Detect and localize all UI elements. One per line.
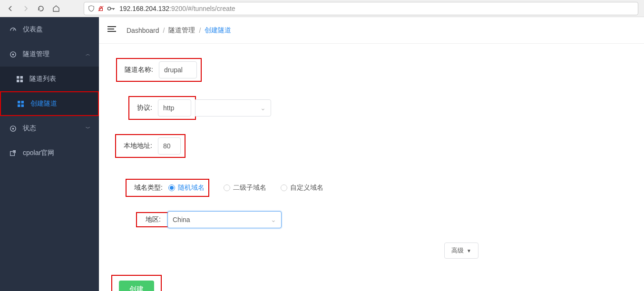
radio-label: 随机域名 xyxy=(178,184,205,192)
highlight-tunnel-name: 隧道名称: xyxy=(116,58,202,82)
chevron-down-icon: ⌄ xyxy=(260,104,266,112)
back-button[interactable] xyxy=(6,4,15,13)
radio-random-domain[interactable]: 随机域名 xyxy=(168,184,205,192)
app-container: 仪表盘 隧道管理 ︿ 隧道列表 创建隧道 xyxy=(0,17,644,291)
sidebar-item-label: 仪表盘 xyxy=(23,25,43,34)
sidebar-item-label: 隧道管理 xyxy=(23,50,49,58)
radio-group-rest: 二级子域名 自定义域名 xyxy=(224,184,323,192)
radio-custom-domain[interactable]: 自定义域名 xyxy=(281,184,323,192)
lock-slash-icon xyxy=(98,5,104,12)
highlight-protocol: 协议: xyxy=(128,96,196,120)
row-protocol: 协议: ⌄ xyxy=(128,96,632,120)
sidebar-item-label: 创建隧道 xyxy=(30,99,57,108)
svg-rect-14 xyxy=(18,104,20,107)
breadcrumb-item[interactable]: Dashboard xyxy=(127,27,159,34)
row-local-address: 本地地址: xyxy=(115,134,632,158)
sidebar-item-tunnel-manage[interactable]: 隧道管理 ︿ xyxy=(0,42,99,67)
chevron-down-icon: ⌄ xyxy=(271,216,276,223)
svg-rect-9 xyxy=(20,76,22,78)
submit-button[interactable]: 创建 xyxy=(119,281,154,291)
sidebar-item-create-tunnel[interactable]: 创建隧道 xyxy=(1,92,98,115)
sidebar-item-label: 状态 xyxy=(23,124,36,133)
menu-toggle-icon[interactable] xyxy=(107,25,116,35)
input-tunnel-name[interactable] xyxy=(159,61,197,78)
label-domain-type: 域名类型: xyxy=(130,184,168,192)
sidebar-item-status[interactable]: 状态 ﹀ xyxy=(0,116,99,141)
svg-rect-11 xyxy=(20,79,22,82)
breadcrumb-current: 创建隧道 xyxy=(205,26,231,35)
input-local-address[interactable] xyxy=(158,137,181,155)
key-icon xyxy=(107,5,116,12)
svg-rect-13 xyxy=(21,101,23,103)
shield-icon xyxy=(88,5,95,12)
dashboard-icon xyxy=(9,26,17,33)
svg-point-2 xyxy=(107,7,110,10)
security-icons xyxy=(88,5,116,12)
sidebar: 仪表盘 隧道管理 ︿ 隧道列表 创建隧道 xyxy=(0,17,99,291)
row-submit: 创建 xyxy=(111,275,632,291)
svg-line-5 xyxy=(13,29,14,30)
grid-icon xyxy=(15,76,24,82)
grid-icon xyxy=(16,101,25,107)
select-region[interactable]: China ⌄ xyxy=(167,211,282,228)
svg-rect-8 xyxy=(17,76,19,78)
advanced-button[interactable]: 高级 ▼ xyxy=(444,242,478,259)
sidebar-item-dashboard[interactable]: 仪表盘 xyxy=(0,17,99,42)
input-protocol-display xyxy=(158,99,191,116)
sidebar-item-label: cpolar官网 xyxy=(23,149,54,157)
breadcrumb: Dashboard / 隧道管理 / 创建隧道 xyxy=(127,26,231,35)
select-protocol[interactable]: ⌄ xyxy=(195,99,271,116)
radio-icon xyxy=(224,184,230,191)
highlight-create-tunnel: 创建隧道 xyxy=(0,91,99,116)
label-protocol: 协议: xyxy=(133,104,158,112)
nav-button-group xyxy=(6,4,61,13)
chevron-down-icon: ﹀ xyxy=(86,125,90,132)
label-region: 地区: xyxy=(140,215,166,224)
submit-label: 创建 xyxy=(129,285,144,291)
triangle-down-icon: ▼ xyxy=(467,248,471,253)
highlight-submit: 创建 xyxy=(111,275,162,291)
url-text: 192.168.204.132:9200/#/tunnels/create xyxy=(119,5,235,12)
highlight-domain-type: 域名类型: 随机域名 xyxy=(126,179,209,197)
forward-button[interactable] xyxy=(21,4,30,13)
svg-point-17 xyxy=(12,127,14,129)
breadcrumb-separator: / xyxy=(199,27,201,34)
advanced-label: 高级 xyxy=(451,246,464,255)
bullseye-icon xyxy=(9,125,17,132)
svg-line-19 xyxy=(13,151,15,153)
address-bar[interactable]: 192.168.204.132:9200/#/tunnels/create xyxy=(84,2,638,15)
refresh-button[interactable] xyxy=(36,4,46,13)
breadcrumb-bar: Dashboard / 隧道管理 / 创建隧道 xyxy=(99,17,644,44)
svg-rect-10 xyxy=(17,79,19,82)
url-path: :9200/#/tunnels/create xyxy=(169,5,235,12)
bullseye-icon xyxy=(9,51,17,58)
form-area: 隧道名称: 协议: ⌄ 本地地址: xyxy=(99,44,644,291)
svg-point-7 xyxy=(12,53,14,55)
radio-icon xyxy=(168,184,175,191)
radio-subdomain[interactable]: 二级子域名 xyxy=(224,184,266,192)
url-host: 192.168.204.132 xyxy=(119,5,169,12)
sidebar-item-tunnel-list[interactable]: 隧道列表 xyxy=(0,67,99,91)
sidebar-item-label: 隧道列表 xyxy=(29,75,56,83)
highlight-local-address: 本地地址: xyxy=(115,134,185,158)
svg-rect-12 xyxy=(18,101,20,103)
row-region: 地区: China ⌄ xyxy=(136,211,632,228)
select-region-value: China xyxy=(173,216,190,223)
external-link-icon xyxy=(9,150,17,156)
radio-label: 二级子域名 xyxy=(233,184,266,192)
content-area: Dashboard / 隧道管理 / 创建隧道 隧道名称: 协议: xyxy=(99,17,644,291)
radio-label: 自定义域名 xyxy=(290,184,323,192)
svg-rect-15 xyxy=(21,104,23,107)
home-button[interactable] xyxy=(51,4,61,13)
breadcrumb-separator: / xyxy=(163,27,165,34)
radio-icon xyxy=(281,184,287,191)
sidebar-item-cpolar-site[interactable]: cpolar官网 xyxy=(0,141,99,165)
breadcrumb-item[interactable]: 隧道管理 xyxy=(168,26,195,35)
row-domain-type: 域名类型: 随机域名 二级子域名 自定义域名 xyxy=(126,179,632,197)
chevron-up-icon: ︿ xyxy=(86,51,90,58)
row-advanced: 高级 ▼ xyxy=(111,242,632,259)
label-tunnel-name: 隧道名称: xyxy=(121,66,159,74)
browser-toolbar: 192.168.204.132:9200/#/tunnels/create xyxy=(0,0,644,17)
label-local-address: 本地地址: xyxy=(120,142,158,150)
row-tunnel-name: 隧道名称: xyxy=(116,58,632,82)
